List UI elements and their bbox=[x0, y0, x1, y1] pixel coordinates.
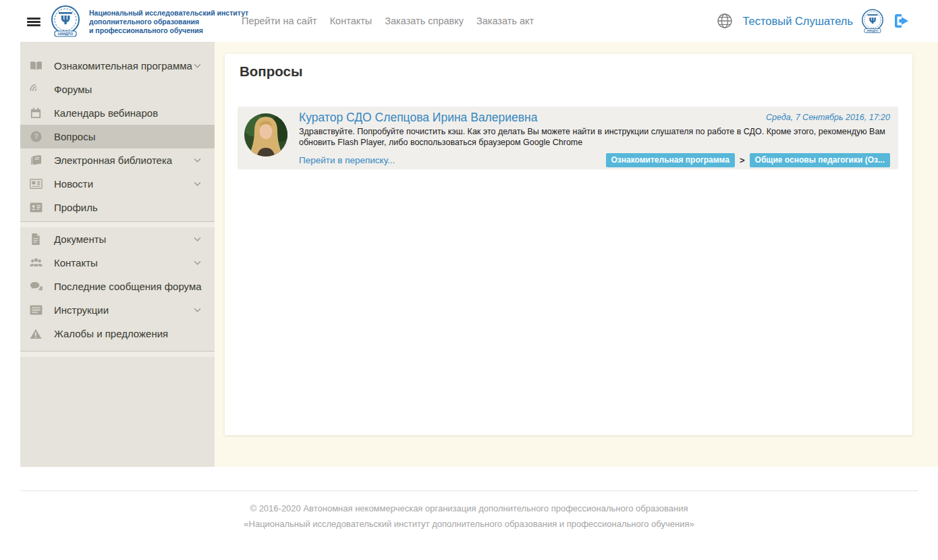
forum-icon bbox=[28, 84, 43, 95]
sidebar-item-documents[interactable]: Документы bbox=[20, 227, 215, 251]
message-date: Среда, 7 Сентябрь 2016, 17:20 bbox=[766, 113, 890, 122]
author-avatar[interactable] bbox=[244, 113, 287, 157]
sidebar-item-complaints[interactable]: Жалобы и предложения bbox=[20, 322, 215, 345]
institute-logo-emblem: Ψ НИИДПО bbox=[49, 4, 82, 38]
message-footer: Перейти в переписку... Ознакомительная п… bbox=[299, 153, 890, 167]
tag-program[interactable]: Ознакомительная программа bbox=[606, 153, 735, 167]
comments-icon bbox=[28, 281, 43, 291]
sidebar-item-label: Инструкции bbox=[54, 304, 109, 316]
nav-order-certificate[interactable]: Заказать справку bbox=[385, 16, 464, 26]
copyright-line: © 2016-2020 Автономная некоммерческая ор… bbox=[0, 503, 938, 515]
user-area: Тестовый Слушатель Ψ НИИДПО bbox=[717, 0, 910, 42]
sidebar-item-label: Новости bbox=[54, 178, 93, 190]
message-content: Куратор СДО Слепцова Ирина Валериевна Ср… bbox=[299, 111, 890, 167]
message-tags: Ознакомительная программа > Общие основы… bbox=[606, 153, 891, 167]
sidebar-divider bbox=[20, 221, 215, 227]
top-navigation: Перейти на сайт Контакты Заказать справк… bbox=[242, 0, 534, 42]
user-avatar[interactable]: Ψ НИИДПО bbox=[860, 8, 885, 34]
sidebar-item-instructions[interactable]: Инструкции bbox=[20, 298, 215, 322]
chevron-down-icon bbox=[194, 237, 201, 242]
chevron-down-icon bbox=[194, 158, 201, 163]
institute-name-line: дополнительного образования bbox=[89, 18, 248, 26]
sidebar-item-label: Электронная библиотека bbox=[54, 155, 172, 166]
tag-separator: > bbox=[740, 155, 745, 165]
nav-order-act[interactable]: Заказать акт bbox=[476, 16, 534, 26]
warning-icon bbox=[28, 329, 43, 339]
sidebar-item-profile[interactable]: Профиль bbox=[20, 196, 215, 219]
id-card-icon bbox=[28, 202, 43, 213]
logo-banner-text: НИИДПО bbox=[58, 32, 74, 36]
sidebar-item-intro-program[interactable]: Ознакомительная программа bbox=[20, 54, 215, 78]
svg-text:Ψ: Ψ bbox=[869, 16, 877, 26]
question-message-card: Куратор СДО Слепцова Ирина Валериевна Ср… bbox=[238, 107, 898, 169]
chevron-down-icon bbox=[194, 181, 201, 186]
main-content: Вопросы bbox=[215, 42, 938, 467]
logout-icon[interactable] bbox=[893, 13, 910, 28]
chevron-down-icon bbox=[194, 308, 201, 312]
institute-logo[interactable]: Ψ НИИДПО bbox=[49, 4, 82, 38]
question-circle-icon: ? bbox=[28, 131, 43, 142]
sidebar-divider bbox=[20, 351, 215, 357]
sidebar: Ознакомительная программа Форумы Календа… bbox=[20, 42, 215, 467]
page-title: Вопросы bbox=[240, 63, 302, 80]
users-icon bbox=[28, 258, 43, 268]
globe-icon[interactable] bbox=[717, 13, 733, 29]
svg-text:Ψ: Ψ bbox=[61, 13, 70, 27]
author-name-link[interactable]: Куратор СДО Слепцова Ирина Валериевна bbox=[299, 111, 538, 125]
tag-course[interactable]: Общие основы педагогики (Оз... bbox=[750, 153, 890, 167]
logo-banner-text: НИИДПО bbox=[866, 29, 878, 32]
sidebar-item-label: Документы bbox=[54, 233, 106, 245]
open-book-icon bbox=[28, 61, 43, 71]
page: Ψ НИИДПО Национальный исследовательский … bbox=[0, 0, 938, 560]
menu-icon[interactable] bbox=[27, 18, 40, 26]
document-icon bbox=[28, 233, 43, 245]
chevron-down-icon bbox=[194, 260, 201, 265]
sidebar-item-latest-forum-posts[interactable]: Последние сообщения форума bbox=[20, 275, 215, 298]
chevron-down-icon bbox=[194, 63, 201, 68]
sidebar-item-label: Форумы bbox=[54, 84, 92, 95]
calendar-icon bbox=[28, 107, 43, 119]
sidebar-item-label: Вопросы bbox=[54, 131, 95, 142]
institute-name-line: и профессионального обучения bbox=[89, 26, 248, 35]
list-icon bbox=[28, 305, 43, 315]
user-name-link[interactable]: Тестовый Слушатель bbox=[742, 15, 853, 28]
page-footer: © 2016-2020 Автономная некоммерческая ор… bbox=[0, 503, 938, 534]
sidebar-item-label: Профиль bbox=[54, 202, 98, 213]
user-avatar-emblem: Ψ НИИДПО bbox=[860, 8, 885, 34]
sidebar-item-questions[interactable]: ? Вопросы bbox=[20, 125, 215, 148]
organization-line: «Национальный исследовательский институт… bbox=[0, 518, 938, 531]
go-to-correspondence-link[interactable]: Перейти в переписку... bbox=[299, 155, 395, 165]
sidebar-item-webinar-calendar[interactable]: Календарь вебинаров bbox=[20, 101, 215, 125]
nav-contacts[interactable]: Контакты bbox=[330, 16, 373, 26]
institute-name-line: Национальный исследовательский институт bbox=[89, 9, 248, 18]
nav-go-to-site[interactable]: Перейти на сайт bbox=[242, 16, 317, 26]
footer-divider bbox=[20, 491, 918, 491]
sidebar-item-label: Календарь вебинаров bbox=[54, 107, 158, 119]
sidebar-item-forums[interactable]: Форумы bbox=[20, 78, 215, 101]
sidebar-item-label: Контакты bbox=[54, 257, 98, 269]
sidebar-item-label: Ознакомительная программа bbox=[54, 60, 192, 72]
sidebar-item-e-library[interactable]: Электронная библиотека bbox=[20, 148, 215, 172]
svg-text:?: ? bbox=[34, 132, 38, 140]
top-header: Ψ НИИДПО Национальный исследовательский … bbox=[0, 0, 938, 42]
newspaper-icon bbox=[28, 179, 43, 189]
institute-name: Национальный исследовательский институт … bbox=[89, 9, 248, 36]
sidebar-item-label: Жалобы и предложения bbox=[54, 328, 168, 339]
book-icon bbox=[28, 155, 43, 166]
sidebar-item-news[interactable]: Новости bbox=[20, 172, 215, 196]
sidebar-item-label: Последние сообщения форума bbox=[54, 281, 202, 292]
content-panel: Вопросы bbox=[225, 54, 912, 435]
sidebar-item-contacts[interactable]: Контакты bbox=[20, 251, 215, 275]
message-text: Здравствуйте. Попробуйте почистить кэш. … bbox=[299, 126, 890, 148]
